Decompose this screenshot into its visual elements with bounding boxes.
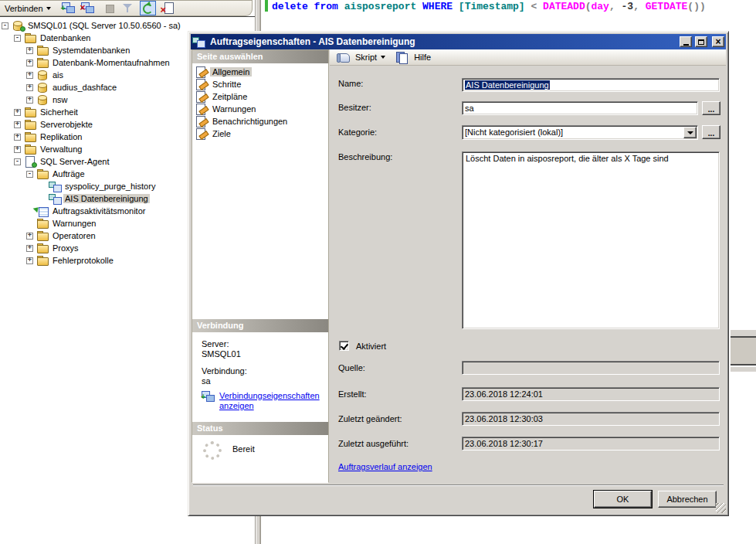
folder-icon xyxy=(36,57,49,68)
page-list-label[interactable]: Ziele xyxy=(210,129,233,138)
dialog-titlebar[interactable]: Auftragseigenschaften - AIS Datenbereini… xyxy=(191,34,726,49)
page-list-label[interactable]: Benachrichtigungen xyxy=(210,117,290,126)
view-job-history-link[interactable]: Auftragsverlauf anzeigen xyxy=(338,462,432,471)
description-textarea[interactable]: Löscht Daten in aisposreport, die älter … xyxy=(462,151,720,329)
page-list-label[interactable]: Zeitpläne xyxy=(210,92,249,101)
refresh-button[interactable] xyxy=(140,1,156,15)
ok-button[interactable]: OK xyxy=(594,491,652,508)
sql-statement[interactable]: delete from aisposreport WHERE [Timestam… xyxy=(272,1,706,12)
owner-browse-button[interactable]: ... xyxy=(702,101,720,115)
page-list-label[interactable]: Allgemein xyxy=(210,67,252,76)
tree-item-label[interactable]: SQL Server-Agent xyxy=(39,157,110,166)
collapse-icon[interactable]: - xyxy=(26,171,33,178)
owner-input[interactable]: sa xyxy=(462,101,698,115)
enabled-checkbox[interactable] xyxy=(339,341,349,351)
tree-item-label[interactable]: Operatoren xyxy=(51,231,97,240)
tree-item-label[interactable]: Aufträge xyxy=(51,169,86,178)
folder-icon xyxy=(36,45,49,56)
tree-item-label[interactable]: Auftragsaktivitätsmonitor xyxy=(51,206,147,216)
db-icon xyxy=(36,82,49,93)
expand-icon[interactable]: + xyxy=(14,109,21,116)
expand-icon[interactable]: + xyxy=(14,146,21,153)
minimize-button[interactable] xyxy=(680,36,692,47)
disconnect-server-icon[interactable] xyxy=(81,2,94,14)
view-connection-properties-link[interactable]: Verbindungseigenschaften anzeigen xyxy=(219,391,310,411)
sql-token: , xyxy=(609,1,622,12)
connect-dropdown-button[interactable]: Verbinden xyxy=(0,1,56,15)
expand-icon[interactable]: + xyxy=(26,245,33,252)
resize-grip[interactable] xyxy=(716,503,726,513)
tree-item-label[interactable]: Sicherheit xyxy=(39,107,80,117)
page-list-label[interactable]: Warnungen xyxy=(210,104,258,114)
collapse-icon[interactable]: - xyxy=(14,35,21,42)
expand-icon[interactable]: + xyxy=(26,60,33,66)
connection-panel: Server: SMSQL01 Verbindung: sa Verbindun… xyxy=(192,332,328,422)
maximize-button[interactable] xyxy=(695,36,707,47)
help-button[interactable]: Hilfe xyxy=(414,53,431,62)
description-label: Beschreibung: xyxy=(338,152,392,162)
expand-icon[interactable]: + xyxy=(26,84,33,91)
tree-item-label[interactable]: Warnungen xyxy=(51,219,97,228)
connection-value: sa xyxy=(202,376,328,386)
expand-icon[interactable]: + xyxy=(26,233,33,240)
tree-item-label[interactable]: Proxys xyxy=(51,243,80,253)
tree-item-label[interactable]: ais xyxy=(51,70,65,80)
page-list-item[interactable]: Warnungen xyxy=(192,103,328,115)
page-list-label[interactable]: Schritte xyxy=(210,80,243,89)
tree-item-label[interactable]: Datenbank-Momentaufnahmen xyxy=(51,58,171,67)
tree-item-label[interactable]: Serverobjekte xyxy=(39,120,94,129)
tree-item-label[interactable]: Fehlerprotokolle xyxy=(51,256,115,265)
name-input[interactable]: AIS Datenbereinigung xyxy=(462,78,720,92)
category-label: Kategorie: xyxy=(338,128,377,137)
tree-item-label[interactable]: AIS Datenbereinigung xyxy=(63,194,150,203)
dropdown-arrow-icon[interactable] xyxy=(683,127,697,138)
expand-icon[interactable]: + xyxy=(26,72,33,79)
expand-icon[interactable]: + xyxy=(26,47,33,54)
tree-item-label[interactable]: nsw xyxy=(51,95,69,104)
expand-icon[interactable]: + xyxy=(14,134,21,141)
page-list-item[interactable]: Zeitpläne xyxy=(192,90,328,103)
dialog-body: Seite auswählen AllgemeinSchritteZeitplä… xyxy=(191,49,726,513)
category-dropdown[interactable]: [Nicht kategorisiert (lokal)] xyxy=(462,125,698,140)
background-splitter-bar[interactable] xyxy=(731,336,756,366)
tree-item-label[interactable]: audius_dashface xyxy=(51,83,118,92)
page-icon xyxy=(195,116,208,127)
chevron-down-icon xyxy=(46,7,51,10)
tree-item-label[interactable]: Systemdatenbanken xyxy=(51,46,131,55)
pages-list[interactable]: AllgemeinSchritteZeitpläneWarnungenBenac… xyxy=(192,63,328,319)
page-list-item[interactable]: Benachrichtigungen xyxy=(192,115,328,128)
dialog-toolbar: Skript Hilfe xyxy=(330,49,726,66)
dialog-title: Auftragseigenschaften - AIS Datenbereini… xyxy=(210,36,676,47)
expand-icon[interactable]: + xyxy=(26,97,33,104)
tree-item-label[interactable]: Replikation xyxy=(39,132,83,141)
collapse-icon[interactable]: - xyxy=(14,158,21,165)
page-list-item[interactable]: Schritte xyxy=(192,78,328,90)
cancel-button[interactable]: Abbrechen xyxy=(658,491,717,508)
page-list-item[interactable]: Ziele xyxy=(192,128,328,140)
close-button[interactable]: × xyxy=(712,36,724,47)
script-error-icon[interactable] xyxy=(162,2,175,14)
page-list-item[interactable]: Allgemein xyxy=(192,66,328,78)
job-icon xyxy=(49,193,62,204)
minimize-icon xyxy=(683,44,689,46)
sql-token: < xyxy=(531,1,543,12)
connect-dropdown-label: Verbinden xyxy=(5,4,43,13)
chevron-down-icon[interactable] xyxy=(381,56,385,59)
expand-icon[interactable]: + xyxy=(26,257,33,264)
sql-token: day xyxy=(592,1,609,12)
tree-item-label[interactable]: Datenbanken xyxy=(39,33,92,42)
collapse-icon[interactable]: - xyxy=(2,22,8,29)
tree-item-label[interactable]: syspolicy_purge_history xyxy=(63,182,157,191)
expand-icon[interactable]: + xyxy=(14,121,21,128)
category-browse-button[interactable]: ... xyxy=(702,125,720,139)
background-splitter-strip xyxy=(731,367,756,372)
tree-item-label[interactable]: Verwaltung xyxy=(39,144,83,154)
changed-line-indicator xyxy=(265,0,268,12)
name-label: Name: xyxy=(338,79,363,88)
tree-item-label[interactable]: SMSQL01 (SQL Server 10.50.6560 - sa) xyxy=(26,21,182,30)
connect-server-icon[interactable] xyxy=(62,2,75,14)
script-button[interactable]: Skript xyxy=(355,53,377,62)
filter-icon[interactable] xyxy=(121,2,134,14)
tree-item[interactable]: -SMSQL01 (SQL Server 10.50.6560 - sa) xyxy=(0,19,255,32)
page-icon xyxy=(195,91,208,102)
